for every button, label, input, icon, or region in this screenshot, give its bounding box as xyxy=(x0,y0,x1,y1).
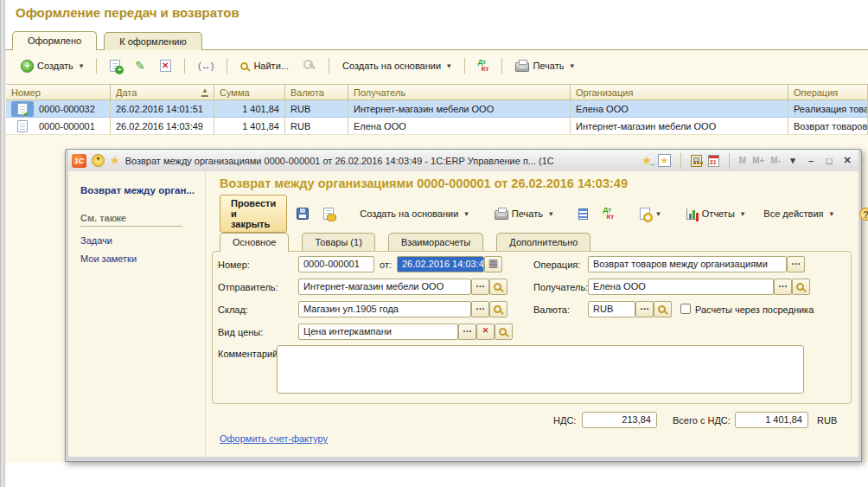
comment-label: Комментарий: xyxy=(218,349,280,359)
total-field[interactable]: 1 401,84 xyxy=(735,412,808,428)
main-toolbar: Создать Найти... Создать на основании Дт… xyxy=(16,54,579,77)
operation-select-button[interactable] xyxy=(787,256,805,272)
add-favorite-icon[interactable] xyxy=(641,155,652,167)
help-button[interactable] xyxy=(854,205,868,223)
minimize-button[interactable]: – xyxy=(805,156,817,166)
dialog-print-button[interactable]: Печать xyxy=(489,205,558,222)
comment-textarea[interactable] xyxy=(277,345,804,394)
delete-button[interactable] xyxy=(155,57,176,74)
create-button[interactable]: Создать xyxy=(16,57,88,75)
calendar-icon[interactable] xyxy=(708,155,719,167)
tab-settlements[interactable]: Взаиморасчеты xyxy=(388,233,483,251)
receiver-open-button[interactable] xyxy=(792,279,810,295)
registers-button[interactable] xyxy=(573,206,593,222)
main-tab-strip: Оформлено К оформлению xyxy=(12,31,207,50)
memory-plus-button[interactable]: M+ xyxy=(752,156,764,165)
price-type-clear-button[interactable] xyxy=(476,324,495,340)
printer-icon xyxy=(495,210,508,220)
table-row[interactable]: 0000-000001 26.02.2016 14:03:49 1 401,84… xyxy=(6,118,868,135)
currency-open-button[interactable] xyxy=(654,301,672,317)
price-type-select-button[interactable] xyxy=(458,324,476,340)
sender-open-button[interactable] xyxy=(489,279,507,295)
tab-main[interactable]: Основное xyxy=(220,233,289,252)
calculator-icon[interactable] xyxy=(691,155,702,167)
dialog-postings-button[interactable]: Дт Кт xyxy=(597,204,619,223)
print-button[interactable]: Печать xyxy=(510,57,579,74)
reports-button[interactable]: Отчеты xyxy=(681,206,750,222)
edit-button[interactable] xyxy=(130,57,150,74)
receiver-select-button[interactable] xyxy=(774,279,792,295)
tab-to-form[interactable]: К оформлению xyxy=(104,32,201,50)
col-header-operation[interactable]: Операция xyxy=(788,84,868,100)
system-menu-button[interactable] xyxy=(92,154,105,167)
table-row[interactable]: 0000-000032 26.02.2016 14:01:51 1 401,84… xyxy=(6,100,868,118)
toolbar-separator xyxy=(184,58,185,74)
receiver-label: Получатель: xyxy=(533,282,588,292)
number-field[interactable]: 0000-000001 xyxy=(298,256,374,272)
post-and-close-button[interactable]: Провести и закрыть xyxy=(220,195,287,233)
operation-field[interactable]: Возврат товаров между организациями xyxy=(588,256,787,272)
clear-search-icon xyxy=(303,60,316,72)
warehouse-select-button[interactable] xyxy=(471,301,489,317)
col-header-number[interactable]: Номер xyxy=(6,84,111,100)
tab-additional[interactable]: Дополнительно xyxy=(496,233,590,251)
close-button[interactable]: ✕ xyxy=(841,155,853,166)
set-period-button[interactable] xyxy=(193,58,219,74)
dialog-titlebar[interactable]: 1С Возврат между организациями 0000-0000… xyxy=(68,150,858,171)
titlebar-separator xyxy=(680,153,681,169)
col-header-sum[interactable]: Сумма xyxy=(214,84,285,100)
warehouse-field[interactable]: Магазин ул.1905 года xyxy=(298,301,471,317)
sidebar-item-tasks[interactable]: Задачи xyxy=(80,235,195,246)
col-header-organization[interactable]: Организация xyxy=(571,84,788,100)
save-button[interactable] xyxy=(291,205,314,222)
date-picker-button[interactable] xyxy=(484,256,502,272)
copy-document-button[interactable] xyxy=(105,57,125,74)
favorites-list-icon[interactable] xyxy=(658,154,671,167)
more-commands-chevron-icon[interactable]: ▾ xyxy=(787,155,799,166)
vat-field[interactable]: 213,84 xyxy=(582,412,657,428)
sort-ascending-icon xyxy=(201,87,208,97)
tab-goods[interactable]: Товары (1) xyxy=(302,233,374,251)
memory-minus-button[interactable]: M- xyxy=(770,156,781,165)
document-journal-button[interactable] xyxy=(635,205,666,222)
col-header-receiver[interactable]: Получатель xyxy=(348,84,571,100)
col-header-currency[interactable]: Валюта xyxy=(285,84,348,100)
sender-select-button[interactable] xyxy=(471,279,489,295)
price-type-label: Вид цены: xyxy=(218,327,263,337)
documents-table: Номер Дата Сумма Валюта Получатель Орган… xyxy=(6,84,868,135)
dialog-create-based-on-button[interactable]: Создать на основании xyxy=(354,206,474,221)
floppy-save-icon xyxy=(297,208,309,220)
clear-find-button[interactable] xyxy=(298,57,321,74)
interval-icon xyxy=(198,61,214,71)
dialog-main-pane: Возврат между организациями 0000-000001 … xyxy=(206,171,858,457)
postings-button[interactable]: Дт Кт xyxy=(473,56,495,75)
date-field[interactable]: 26.02.2016 14:03:49 xyxy=(397,256,484,272)
col-header-date[interactable]: Дата xyxy=(111,84,214,100)
create-based-on-button[interactable]: Создать на основании xyxy=(337,58,456,74)
tab-formed[interactable]: Оформлено xyxy=(12,31,97,50)
price-type-open-button[interactable] xyxy=(495,324,513,340)
sidebar-item-current[interactable]: Возврат между орган... xyxy=(80,185,195,195)
document-icon xyxy=(17,120,28,132)
sidebar-item-notes[interactable]: Мои заметки xyxy=(80,253,195,264)
printer-icon xyxy=(515,62,529,72)
intermediary-checkbox[interactable] xyxy=(680,304,691,314)
currency-field[interactable]: RUB xyxy=(588,301,635,317)
operation-label: Операция: xyxy=(533,260,580,270)
favorites-star-icon[interactable] xyxy=(110,155,120,167)
main-tab-groupbox: Номер: 0000-000001 от: 26.02.2016 14:03:… xyxy=(212,251,852,404)
warehouse-open-button[interactable] xyxy=(489,301,507,317)
currency-select-button[interactable] xyxy=(635,301,654,317)
find-button[interactable]: Найти... xyxy=(235,58,294,74)
sender-field[interactable]: Интернет-магазин мебели ООО xyxy=(298,279,471,295)
print-button-label: Печать xyxy=(533,61,564,71)
post-document-button[interactable] xyxy=(318,205,339,222)
memory-button[interactable]: M xyxy=(739,156,746,165)
create-invoice-link[interactable]: Оформить счет-фактуру xyxy=(220,433,328,444)
all-actions-button[interactable]: Все действия xyxy=(758,206,839,221)
page-title: Оформление передач и возвратов xyxy=(16,5,239,20)
delete-document-icon xyxy=(160,60,171,72)
receiver-field[interactable]: Елена ООО xyxy=(588,279,774,295)
maximize-button[interactable]: □ xyxy=(823,156,835,166)
price-type-field[interactable]: Цена интеркампани xyxy=(298,324,458,340)
